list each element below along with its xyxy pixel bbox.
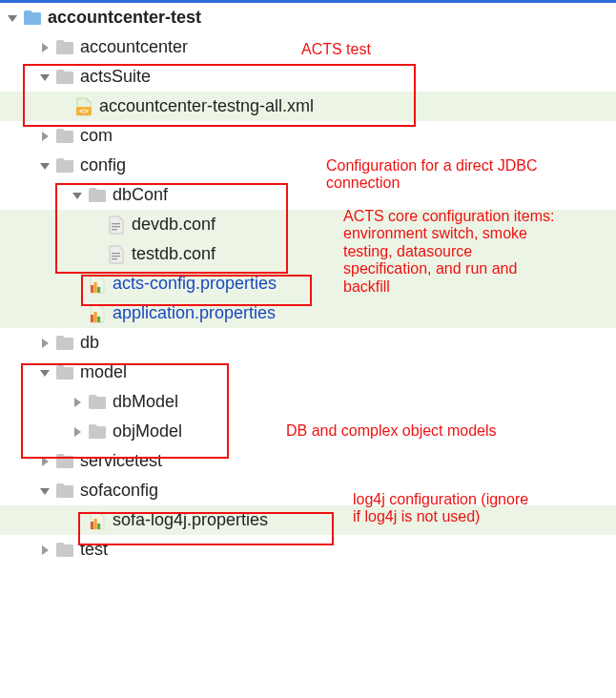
folder-icon [55, 541, 74, 560]
annotation-log4j: log4j configuration (ignore if log4j is … [353, 491, 534, 526]
chevron-right-icon[interactable] [38, 455, 51, 468]
folder-icon [55, 68, 74, 87]
node-label: acts-config.properties [113, 274, 277, 294]
folder-icon [55, 38, 74, 57]
node-label: accountcenter-test [48, 8, 201, 28]
tree-row[interactable]: accountcenter-testng-all.xml [0, 92, 616, 121]
chevron-right-icon[interactable] [38, 41, 51, 54]
chevron-down-icon[interactable] [38, 159, 51, 173]
file-icon [107, 216, 126, 235]
chevron-right-icon[interactable] [71, 425, 84, 439]
node-label: db [80, 333, 99, 353]
node-label: servicetest [80, 451, 162, 471]
node-label: accountcenter [80, 37, 188, 57]
tree-row[interactable]: servicetest [0, 446, 616, 476]
folder-icon [23, 9, 42, 28]
chevron-down-icon[interactable] [6, 11, 19, 25]
folder-icon [88, 393, 107, 412]
folder-icon [88, 186, 107, 205]
folder-icon [55, 127, 74, 146]
tree-row[interactable]: db [0, 328, 616, 358]
tree-row[interactable]: actsSuite [0, 62, 616, 92]
folder-icon [88, 422, 107, 441]
chevron-down-icon[interactable] [38, 484, 51, 498]
chevron-down-icon[interactable] [38, 71, 51, 84]
tree-row[interactable]: com [0, 121, 616, 151]
node-label: actsSuite [80, 67, 151, 87]
tree-row[interactable]: dbModel [0, 387, 616, 417]
chevron-right-icon[interactable] [38, 337, 51, 350]
chevron-right-icon[interactable] [71, 396, 84, 409]
folder-icon [55, 156, 74, 175]
node-label: dbModel [113, 392, 178, 412]
properties-file-icon [88, 304, 107, 323]
folder-icon [55, 452, 74, 471]
node-label: test [80, 540, 108, 560]
node-label: objModel [113, 421, 182, 441]
node-label: sofaconfig [80, 481, 158, 501]
tree-row[interactable]: model [0, 358, 616, 387]
node-label: application.properties [113, 303, 276, 323]
chevron-down-icon[interactable] [38, 366, 51, 380]
node-label: config [80, 155, 126, 175]
node-label: accountcenter-testng-all.xml [99, 96, 314, 116]
annotation-models: DB and complex object models [286, 422, 497, 440]
node-label: com [80, 126, 113, 146]
tree-row[interactable]: application.properties [0, 298, 616, 328]
properties-file-icon [88, 511, 107, 530]
properties-file-icon [88, 275, 107, 294]
node-label: model [80, 362, 127, 382]
chevron-right-icon[interactable] [38, 130, 51, 143]
annotation-jdbc: Configuration for a direct JDBC connecti… [326, 157, 545, 193]
tree-row-root[interactable]: accountcenter-test [0, 3, 616, 32]
annotation-acts-test: ACTS test [301, 41, 371, 58]
folder-icon [55, 363, 74, 382]
xml-file-icon [74, 97, 93, 116]
node-label: dbConf [113, 185, 168, 205]
node-label: devdb.conf [132, 215, 216, 235]
chevron-right-icon[interactable] [38, 544, 51, 557]
tree-row[interactable]: test [0, 535, 616, 565]
chevron-down-icon[interactable] [71, 189, 84, 202]
folder-icon [55, 482, 74, 501]
annotation-core: ACTS core configuration items: environme… [343, 208, 563, 296]
folder-icon [55, 334, 74, 353]
file-icon [107, 245, 126, 264]
node-label: sofa-log4j.properties [113, 510, 268, 530]
node-label: testdb.conf [132, 244, 216, 264]
